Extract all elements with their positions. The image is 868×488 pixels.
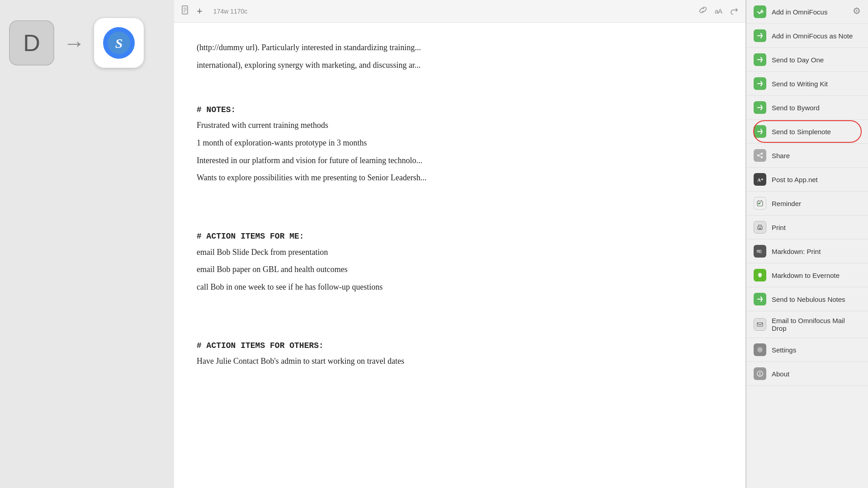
menu-item-add-omnifocus[interactable]: Add in OmniFocus [746, 0, 868, 24]
menu-label-byword: Send to Byword [772, 104, 820, 112]
note-4: Wants to explore possibilities with me p… [197, 171, 723, 185]
menu-item-nebulous[interactable]: Send to Nebulous Notes [746, 287, 868, 311]
content-line-2: international), exploring synergy with m… [197, 58, 723, 72]
menu-item-byword[interactable]: Send to Byword [746, 96, 868, 120]
menu-label-add-omnifocus: Add in OmniFocus [772, 8, 827, 16]
menu-label-print: Print [772, 224, 786, 231]
menu-item-about[interactable]: About [746, 362, 868, 386]
svg-text:MD: MD [757, 249, 762, 254]
appnet-icon: A* [754, 173, 766, 186]
menu-label-email-omnifocus: Email to Omnifocus Mail Drop [772, 317, 861, 332]
menu-label-simplenote: Send to Simplenote [772, 128, 831, 136]
menu-label-appnet: Post to App.net [772, 176, 818, 183]
settings-icon [754, 343, 766, 356]
note-2: 1 month of exploration-wants prototype i… [197, 136, 723, 150]
action-me-1: email Bob Slide Deck from presentation [197, 245, 723, 259]
document-icon[interactable] [181, 5, 189, 17]
menu-item-day-one[interactable]: Send to Day One [746, 48, 868, 72]
menu-item-settings[interactable]: Settings [746, 338, 868, 362]
svg-point-6 [761, 153, 763, 155]
menu-item-omnifocus-note[interactable]: Add in OmniFocus as Note [746, 24, 868, 48]
arrow-icon: → [63, 31, 85, 56]
writing-kit-icon [754, 77, 766, 90]
font-size-icon[interactable]: aA [715, 7, 722, 15]
add-icon[interactable]: + [197, 5, 203, 17]
action-others-header: # ACTION ITEMS FOR OTHERS: [197, 339, 723, 353]
omnifocus-icon [754, 5, 766, 18]
markdown-print-icon: MD [754, 245, 766, 258]
menu-label-share: Share [772, 152, 790, 160]
word-count: 174w 1170c [213, 8, 248, 15]
toolbar-right: aA [698, 5, 738, 17]
menu-label-about: About [772, 370, 789, 378]
svg-line-10 [759, 156, 761, 157]
note-1: Frustrated with current training methods [197, 118, 723, 132]
right-sidebar: ⚙ Add in OmniFocus Add in OmniFocus as N… [746, 0, 868, 488]
about-icon [754, 367, 766, 380]
menu-item-simplenote[interactable]: Send to Simplenote [746, 120, 868, 144]
menu-label-nebulous: Send to Nebulous Notes [772, 296, 845, 303]
menu-item-share[interactable]: Share [746, 144, 868, 168]
menu-label-omnifocus-note: Add in OmniFocus as Note [772, 32, 853, 40]
menu-label-markdown-evernote: Markdown to Evernote [772, 272, 840, 279]
evernote-icon [754, 269, 766, 282]
simplenote-app-icon: S [94, 18, 144, 68]
menu-item-appnet[interactable]: A* Post to App.net [746, 168, 868, 192]
link-icon[interactable] [698, 5, 708, 17]
menu-item-writing-kit[interactable]: Send to Writing Kit [746, 72, 868, 96]
editor-toolbar: + 174w 1170c aA [174, 0, 745, 23]
action-others-1: Have Julie Contact Bob's admin to start … [197, 354, 723, 368]
svg-line-9 [759, 154, 761, 155]
day-one-icon [754, 53, 766, 66]
gear-icon[interactable]: ⚙ [853, 5, 861, 16]
svg-rect-16 [757, 323, 763, 326]
content-line-1: (http://dummy url). Particularly interes… [197, 41, 723, 55]
action-me-2: email Bob paper on GBL and health outcom… [197, 263, 723, 277]
share-menu: Add in OmniFocus Add in OmniFocus as Not… [746, 0, 868, 386]
menu-label-day-one: Send to Day One [772, 56, 824, 64]
svg-text:A*: A* [757, 177, 764, 183]
byword-icon [754, 101, 766, 114]
notes-header: # NOTES: [197, 103, 723, 117]
menu-item-print[interactable]: Print [746, 216, 868, 239]
svg-text:S: S [115, 36, 123, 51]
menu-label-writing-kit: Send to Writing Kit [772, 80, 828, 88]
share-icon [754, 149, 766, 162]
simplenote-logo: S [103, 27, 135, 59]
simplenote-menu-icon [754, 125, 766, 138]
left-icon-panel: D → S [9, 18, 144, 68]
nebulous-icon [754, 293, 766, 305]
reminder-icon [754, 197, 766, 210]
action-me-header: # ACTION ITEMS FOR ME: [197, 230, 723, 244]
menu-item-reminder[interactable]: Reminder [746, 192, 868, 216]
menu-item-email-omnifocus[interactable]: Email to Omnifocus Mail Drop [746, 311, 868, 338]
menu-label-settings: Settings [772, 346, 796, 354]
menu-item-markdown-print[interactable]: MD Markdown: Print [746, 239, 868, 263]
action-me-3: call Bob in one week to see if he has fo… [197, 280, 723, 294]
menu-label-reminder: Reminder [772, 200, 801, 207]
share-action-icon[interactable] [729, 5, 738, 17]
draft-icon: D [9, 20, 54, 66]
menu-item-markdown-evernote[interactable]: Markdown to Evernote [746, 263, 868, 287]
svg-point-8 [761, 156, 763, 158]
svg-point-19 [760, 372, 760, 373]
omnifocus-note-icon [754, 29, 766, 42]
editor-content[interactable]: (http://dummy url). Particularly interes… [174, 23, 745, 390]
note-3: Interested in our platform and vision fo… [197, 154, 723, 168]
menu-label-markdown-print: Markdown: Print [772, 248, 821, 255]
editor-area: + 174w 1170c aA (http://dummy url). Part… [174, 0, 746, 488]
svg-rect-14 [759, 228, 761, 230]
svg-point-7 [757, 155, 759, 156]
print-icon [754, 221, 766, 234]
svg-point-17 [759, 349, 761, 351]
simplenote-svg: S [108, 32, 130, 54]
email-omnifocus-icon [754, 318, 766, 331]
